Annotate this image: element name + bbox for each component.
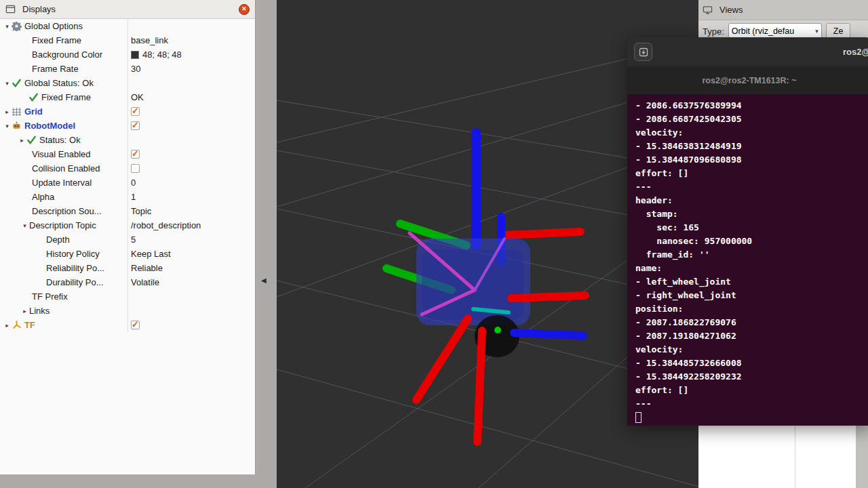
property-value[interactable] — [128, 289, 255, 304]
checkbox-checked[interactable] — [131, 321, 140, 329]
terminal-output[interactable]: - 2086.6637576389994- 2086.6687425042305… — [627, 95, 868, 426]
property-value[interactable] — [128, 104, 255, 119]
expand-down-icon[interactable]: ▾ — [3, 80, 12, 87]
property-value[interactable] — [128, 119, 255, 133]
terminal-line: name: — [635, 262, 868, 275]
terminal-tab[interactable]: ros2@ros2-TM1613R: ~ — [703, 76, 797, 85]
property-value[interactable] — [128, 76, 255, 90]
property-value[interactable] — [128, 318, 255, 332]
checkbox-checked[interactable] — [131, 107, 140, 116]
property-row-visual-enabled[interactable]: Visual Enabled — [0, 147, 255, 161]
terminal-new-tab-button[interactable] — [634, 43, 652, 61]
rviz-window: Displays ✕ ▾Global OptionsFixed Framebas… — [0, 0, 868, 488]
property-value[interactable]: 30 — [128, 62, 255, 76]
property-row-durability-po[interactable]: Durability Po...Volatile — [0, 275, 255, 289]
property-name: Durability Po... — [0, 275, 128, 289]
close-icon[interactable]: ✕ — [239, 4, 250, 15]
property-value[interactable]: Reliable — [128, 261, 255, 275]
property-value-text: 48; 48; 48 — [142, 49, 182, 60]
tf-x-axis — [416, 319, 468, 400]
property-name: ▾Global Options — [0, 19, 128, 33]
property-row-tf-prefix[interactable]: TF Prefix — [0, 289, 255, 304]
property-label: Global Status: Ok — [24, 78, 94, 88]
property-value[interactable]: 48; 48; 48 — [128, 47, 255, 62]
expand-down-icon[interactable]: ▾ — [3, 23, 12, 30]
property-row-history-policy[interactable]: History PolicyKeep Last — [0, 247, 255, 261]
terminal-line: nanosec: 957000000 — [635, 235, 868, 248]
property-name: Background Color — [0, 47, 128, 62]
property-row-collision-enabled[interactable]: Collision Enabled — [0, 161, 255, 176]
property-value[interactable]: base_link — [128, 33, 255, 47]
property-row-description-sou[interactable]: Description Sou...Topic — [0, 204, 255, 218]
expand-right-icon[interactable]: ▸ — [3, 322, 12, 329]
displays-property-tree: ▾Global OptionsFixed Framebase_linkBackg… — [0, 19, 255, 474]
property-label: Frame Rate — [32, 64, 79, 74]
expand-right-icon[interactable]: ▸ — [3, 108, 12, 115]
property-value[interactable]: OK — [128, 90, 255, 104]
property-value[interactable]: 5 — [128, 232, 255, 247]
property-row-grid[interactable]: ▸Grid — [0, 104, 255, 119]
robot-icon — [12, 121, 22, 131]
property-row-global-status-ok[interactable]: ▾Global Status: Ok — [0, 76, 255, 90]
property-value[interactable] — [128, 133, 255, 147]
expand-down-icon[interactable]: ▾ — [20, 222, 29, 229]
property-row-links[interactable]: ▸Links — [0, 304, 255, 318]
property-label: Background Color — [32, 49, 102, 60]
property-value[interactable] — [128, 19, 255, 33]
property-label: Depth — [46, 235, 70, 245]
property-value[interactable]: /robot_description — [128, 218, 255, 232]
check-icon — [26, 135, 37, 145]
terminal-tabbar[interactable]: ros2@ros2-TM1613R: ~ — [627, 66, 868, 95]
property-name: Fixed Frame — [0, 90, 128, 104]
property-row-frame-rate[interactable]: Frame Rate30 — [0, 62, 255, 76]
terminal-line: - 15.384487096680898 — [635, 153, 868, 167]
chevron-down-icon: ▾ — [815, 28, 818, 35]
terminal-line: --- — [635, 397, 868, 411]
property-name: Reliability Po... — [0, 261, 128, 275]
terminal-cursor — [635, 412, 642, 423]
expand-down-icon[interactable]: ▾ — [3, 123, 12, 129]
property-value[interactable]: Volatile — [128, 275, 255, 289]
expand-right-icon[interactable]: ▸ — [20, 308, 29, 314]
property-row-fixed-frame[interactable]: Fixed FrameOK — [0, 90, 255, 104]
terminal-titlebar[interactable]: ros2@ — [627, 37, 868, 66]
property-row-update-interval[interactable]: Update Interval0 — [0, 176, 255, 190]
wheel-joint-marker — [494, 327, 501, 333]
property-row-alpha[interactable]: Alpha1 — [0, 190, 255, 204]
terminal-line: - left_wheel_joint — [635, 275, 868, 289]
property-row-fixed-frame[interactable]: Fixed Framebase_link — [0, 33, 255, 47]
panel-splitter[interactable]: ◀ — [256, 0, 277, 488]
collapse-panel-icon[interactable]: ◀ — [261, 277, 267, 284]
property-name: ▸Status: Ok — [0, 133, 128, 147]
property-value[interactable] — [128, 304, 255, 318]
property-row-robotmodel[interactable]: ▾RobotModel — [0, 119, 255, 133]
property-row-description-topic[interactable]: ▾Description Topic/robot_description — [0, 218, 255, 232]
property-row-global-options[interactable]: ▾Global Options — [0, 19, 255, 33]
property-value[interactable]: Topic — [128, 204, 255, 218]
checkbox-checked[interactable] — [131, 121, 140, 130]
property-label: Fixed Frame — [41, 92, 91, 102]
property-row-depth[interactable]: Depth5 — [0, 232, 255, 247]
view-type-value: Orbit (rviz_defau — [732, 26, 812, 36]
checkbox-unchecked[interactable] — [131, 164, 140, 173]
property-row-tf[interactable]: ▸TF — [0, 318, 255, 332]
property-value[interactable] — [128, 147, 255, 161]
property-name: ▸Links — [0, 304, 128, 318]
terminal-line: - 15.384485732666008 — [635, 357, 868, 370]
expand-right-icon[interactable]: ▸ — [18, 137, 26, 144]
property-value[interactable] — [128, 161, 255, 176]
displays-panel-header: Displays ✕ — [0, 0, 255, 19]
checkbox-checked[interactable] — [131, 150, 140, 159]
property-label: Reliability Po... — [46, 263, 104, 273]
property-row-background-color[interactable]: Background Color48; 48; 48 — [0, 47, 255, 62]
robot-model — [387, 133, 585, 442]
property-value-text: 30 — [131, 64, 140, 74]
property-value[interactable]: 1 — [128, 190, 255, 204]
property-name: Update Interval — [0, 176, 128, 190]
property-value[interactable]: Keep Last — [128, 247, 255, 261]
property-value[interactable]: 0 — [128, 176, 255, 190]
property-row-reliability-po[interactable]: Reliability Po...Reliable — [0, 261, 255, 275]
property-row-status-ok[interactable]: ▸Status: Ok — [0, 133, 255, 147]
property-name: ▸TF — [0, 318, 128, 332]
terminal-window[interactable]: ros2@ ros2@ros2-TM1613R: ~ - 2086.663757… — [627, 37, 868, 426]
